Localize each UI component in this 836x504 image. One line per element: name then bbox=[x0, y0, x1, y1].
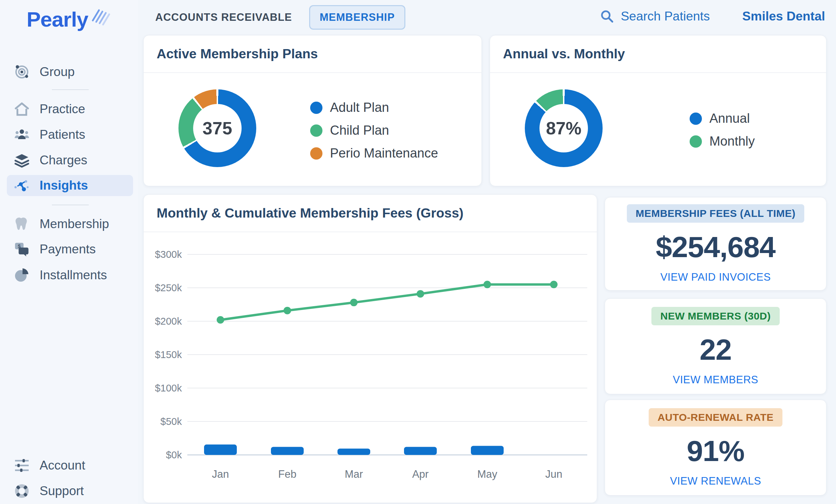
card-title: Active Membership Plans bbox=[157, 46, 318, 61]
annual-monthly-legend: Annual Monthly bbox=[690, 111, 755, 149]
legend-item: Monthly bbox=[690, 134, 755, 149]
tab-accounts-receivable[interactable]: ACCOUNTS RECEIVABLE bbox=[155, 11, 292, 24]
sidebar-item-practice[interactable]: Practice bbox=[0, 99, 138, 120]
topbar-right: Search Patients Smiles Dental bbox=[600, 9, 825, 24]
lifebuoy-icon bbox=[14, 483, 30, 499]
logo-slashes-icon bbox=[90, 8, 111, 28]
svg-text:$150k: $150k bbox=[155, 349, 182, 360]
svg-text:$0k: $0k bbox=[166, 449, 182, 460]
pearly-wordmark: Pearly bbox=[27, 9, 88, 30]
top-tabs: ACCOUNTS RECEIVABLE MEMBERSHIP bbox=[155, 5, 405, 30]
legend-dot bbox=[690, 113, 702, 125]
sidebar-item-patients[interactable]: Patients bbox=[0, 124, 138, 145]
view-renewals-link[interactable]: VIEW RENEWALS bbox=[670, 475, 761, 487]
card-title: Monthly & Cumulative Membership Fees (Gr… bbox=[157, 206, 463, 221]
legend-item: Annual bbox=[690, 111, 755, 126]
tooth-icon bbox=[14, 216, 30, 232]
view-paid-invoices-link[interactable]: VIEW PAID INVOICES bbox=[660, 271, 771, 283]
sidebar-divider bbox=[52, 89, 89, 90]
legend-label: Child Plan bbox=[330, 123, 389, 138]
bar-Feb bbox=[271, 447, 304, 455]
sidebar: Pearly Group Practice bbox=[0, 0, 138, 504]
group-icon bbox=[14, 64, 30, 80]
card-header: Monthly & Cumulative Membership Fees (Gr… bbox=[144, 195, 597, 232]
sidebar-item-installments[interactable]: Installments bbox=[0, 265, 138, 286]
home-icon bbox=[14, 101, 30, 117]
bar-Apr bbox=[404, 447, 437, 455]
legend-label: Annual bbox=[709, 111, 750, 126]
active-plans-legend: Adult Plan Child Plan Perio Maintenance bbox=[310, 100, 438, 161]
svg-text:$250k: $250k bbox=[155, 282, 182, 293]
patients-icon bbox=[14, 127, 30, 143]
svg-text:Jun: Jun bbox=[545, 468, 562, 480]
svg-text:Mar: Mar bbox=[345, 468, 363, 480]
sidebar-item-label: Account bbox=[40, 458, 85, 473]
pie-icon bbox=[14, 267, 30, 283]
status-badge: AUTO-RENEWAL RATE bbox=[649, 408, 782, 427]
point-May bbox=[484, 281, 491, 288]
payments-icon: $ bbox=[14, 241, 30, 257]
active-plans-donut-chart: 375 bbox=[178, 89, 256, 167]
legend-dot bbox=[310, 147, 322, 160]
svg-text:$200k: $200k bbox=[155, 316, 182, 327]
status-badge: NEW MEMBERS (30D) bbox=[651, 307, 780, 325]
sidebar-item-charges[interactable]: Charges bbox=[0, 150, 138, 171]
sidebar-item-label: Practice bbox=[40, 102, 85, 116]
sidebar-item-payments[interactable]: $ Payments bbox=[0, 239, 138, 260]
svg-text:Jan: Jan bbox=[212, 468, 229, 480]
search-patients[interactable]: Search Patients bbox=[600, 9, 710, 24]
sliders-icon bbox=[14, 457, 30, 474]
new-members-stat-card: NEW MEMBERS (30D) 22 VIEW MEMBERS bbox=[605, 298, 826, 394]
search-label: Search Patients bbox=[621, 9, 710, 24]
sidebar-item-label: Group bbox=[40, 65, 75, 79]
stat-value: $254,684 bbox=[656, 232, 776, 262]
sidebar-item-membership[interactable]: Membership bbox=[0, 213, 138, 235]
auto-renewal-stat-card: AUTO-RENEWAL RATE 91% VIEW RENEWALS bbox=[605, 400, 826, 495]
sidebar-item-label: Installments bbox=[40, 268, 107, 282]
sidebar-item-support[interactable]: Support bbox=[0, 480, 138, 502]
card-header: Active Membership Plans bbox=[144, 35, 481, 73]
sidebar-item-label: Support bbox=[40, 484, 84, 498]
svg-text:May: May bbox=[477, 468, 498, 480]
bar-Jan bbox=[204, 445, 237, 455]
annual-monthly-donut-chart: 87% bbox=[525, 89, 603, 167]
legend-item: Adult Plan bbox=[310, 100, 438, 115]
search-icon bbox=[600, 9, 615, 24]
practice-switcher[interactable]: Smiles Dental bbox=[742, 9, 825, 24]
pearly-logo[interactable]: Pearly bbox=[27, 9, 111, 30]
status-badge: MEMBERSHIP FEES (ALL TIME) bbox=[627, 204, 805, 223]
legend-label: Adult Plan bbox=[330, 100, 389, 115]
point-Jan bbox=[217, 316, 224, 324]
donut-center-value: 87% bbox=[525, 89, 603, 167]
sidebar-item-label: Membership bbox=[40, 217, 109, 231]
membership-fees-stat-card: MEMBERSHIP FEES (ALL TIME) $254,684 VIEW… bbox=[605, 197, 826, 291]
stat-value: 22 bbox=[700, 335, 732, 364]
svg-text:Feb: Feb bbox=[278, 468, 296, 480]
layers-icon bbox=[14, 152, 30, 168]
view-members-link[interactable]: VIEW MEMBERS bbox=[673, 374, 759, 386]
legend-label: Monthly bbox=[709, 134, 755, 149]
legend-item: Perio Maintenance bbox=[310, 146, 438, 161]
sidebar-item-label: Charges bbox=[40, 153, 87, 167]
sidebar-item-label: Payments bbox=[40, 242, 96, 256]
svg-text:$50k: $50k bbox=[160, 416, 182, 427]
sidebar-item-label: Patients bbox=[40, 128, 85, 142]
svg-text:Apr: Apr bbox=[412, 468, 429, 480]
sidebar-item-group[interactable]: Group bbox=[0, 61, 138, 83]
point-Apr bbox=[417, 290, 424, 298]
bar-May bbox=[471, 446, 504, 455]
bar-Mar bbox=[337, 448, 370, 455]
sidebar-item-account[interactable]: Account bbox=[0, 455, 138, 476]
active-plans-card: Active Membership Plans 375 Adult Plan C… bbox=[143, 35, 482, 186]
tab-membership[interactable]: MEMBERSHIP bbox=[309, 5, 405, 30]
insights-icon bbox=[14, 177, 30, 194]
sidebar-divider bbox=[52, 205, 89, 205]
sidebar-item-insights[interactable]: Insights bbox=[7, 175, 133, 196]
card-title: Annual vs. Monthly bbox=[503, 46, 625, 61]
stat-value: 91% bbox=[687, 436, 744, 465]
fees-combo-chart: $0k$50k$100k$150k$200k$250k$300kJanFebMa… bbox=[144, 232, 597, 503]
svg-text:$100k: $100k bbox=[155, 383, 182, 394]
card-header: Annual vs. Monthly bbox=[490, 35, 826, 73]
svg-text:$300k: $300k bbox=[155, 249, 182, 260]
point-Mar bbox=[350, 299, 358, 306]
